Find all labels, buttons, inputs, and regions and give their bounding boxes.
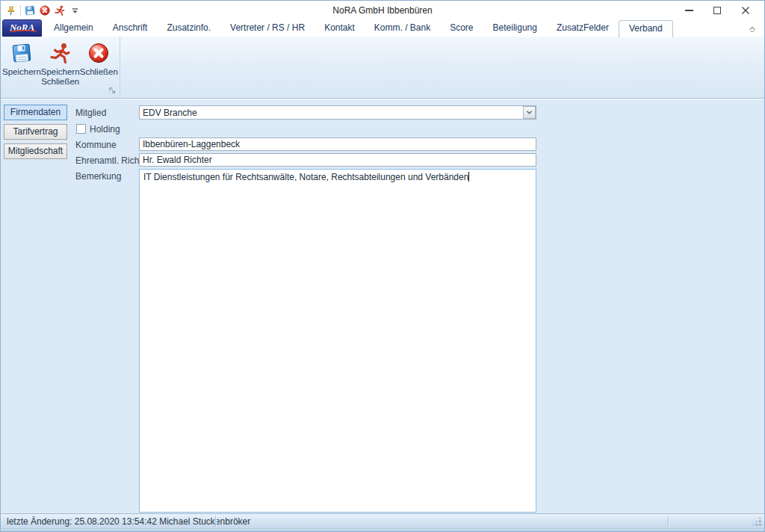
chevron-down-icon [526,110,533,115]
mitglied-select[interactable]: EDV Branche [139,105,536,120]
save-icon [10,41,34,65]
tab-verband[interactable]: Verband [619,20,673,37]
app-window: NoRA GmbH Ibbenbüren NoRA Allgemein Ansc… [0,0,765,532]
minimize-button[interactable] [675,1,703,20]
quick-access-toolbar [4,3,82,18]
mitglied-label: Mitglied [75,108,106,118]
sidebar-item-tarifvertrag[interactable]: Tarifvertrag [4,124,67,140]
last-change-status: letzte Änderung: 25.08.2020 13:54:42 Mic… [1,516,250,527]
chevron-up-icon [748,25,757,34]
holding-label: Holding [90,124,120,134]
qat-save-close-button[interactable] [52,3,67,18]
tab-zusatzinfo[interactable]: Zusatzinfo. [157,20,220,37]
application-menu-button[interactable]: NoRA [2,19,42,37]
window-title: NoRA GmbH Ibbenbüren [1,1,764,20]
tab-vertreter-rs-hr[interactable]: Vertreter / RS / HR [220,20,315,37]
logo-swoosh [10,30,37,33]
text-caret [468,172,469,182]
title-bar: NoRA GmbH Ibbenbüren [1,1,764,20]
ribbon: Speichern Speichern Schließen [1,37,764,99]
group-dialog-launcher[interactable] [108,86,117,96]
sidebar-item-mitgliedschaft[interactable]: Mitgliedschaft [4,143,67,159]
ribbon-group: Speichern Speichern Schließen [1,37,120,98]
tab-komm-bank[interactable]: Komm. / Bank [365,20,440,37]
speichern-schliessen-button[interactable]: Speichern Schließen [41,40,80,87]
form-panel: Firmendaten Tarifvertrag Mitgliedschaft … [1,99,764,513]
tab-allgemein[interactable]: Allgemein [44,20,103,37]
save-icon [24,4,36,16]
close-button[interactable] [731,1,760,20]
kommune-label: Kommune [75,140,117,150]
schliessen-button[interactable]: Schließen [80,40,118,87]
speichern-schliessen-label: Speichern Schließen [41,67,80,87]
pin-icon [6,5,17,16]
mitglied-dropdown-button[interactable] [523,106,536,119]
qat-separator [20,5,21,16]
maximize-button[interactable] [703,1,731,20]
status-separator [215,516,216,527]
dialog-launcher-icon [108,87,117,95]
status-separator [668,516,669,527]
close-icon [741,6,750,15]
window-controls [675,1,760,20]
qat-save-button[interactable] [22,3,37,18]
qat-menu-icon [71,7,79,15]
ribbon-tabs: Allgemein Anschrift Zusatzinfo. Vertrete… [44,20,673,37]
status-bar: letzte Änderung: 25.08.2020 13:54:42 Mic… [1,513,764,528]
ribbon-tab-strip: NoRA Allgemein Anschrift Zusatzinfo. Ver… [1,20,764,37]
speichern-label: Speichern [2,67,41,77]
richter-input[interactable] [139,153,536,167]
close-ball-icon [87,41,111,65]
tab-anschrift[interactable]: Anschrift [103,20,158,37]
maximize-icon [713,7,721,14]
qat-customize-button[interactable] [67,3,82,18]
bemerkung-textarea[interactable]: IT Dienstleistungen für Rechtsanwälte, N… [139,169,536,513]
close-ball-icon [39,4,51,16]
window-bottom-frame [1,528,764,532]
collapse-ribbon-button[interactable] [746,23,758,35]
running-man-icon [49,41,72,65]
tab-zusatzfelder[interactable]: ZusatzFelder [547,20,619,37]
bemerkung-label: Bemerkung [75,171,121,182]
sidebar-item-firmendaten[interactable]: Firmendaten [4,105,67,120]
running-man-icon [54,4,66,16]
schliessen-label: Schließen [80,67,118,77]
tab-beteiligung[interactable]: Beteiligung [483,20,547,37]
holding-checkbox[interactable] [76,124,86,134]
mitglied-selected-value: EDV Branche [143,108,523,118]
tab-score[interactable]: Score [440,20,483,37]
tab-kontakt[interactable]: Kontakt [315,20,365,37]
qat-close-button[interactable] [37,3,52,18]
minimize-icon [685,10,693,11]
pin-button[interactable] [4,3,19,18]
speichern-button[interactable]: Speichern [2,40,41,87]
resize-grip[interactable] [752,516,762,527]
bemerkung-text: IT Dienstleistungen für Rechtsanwälte, N… [143,172,468,182]
kommune-input[interactable] [139,137,536,151]
